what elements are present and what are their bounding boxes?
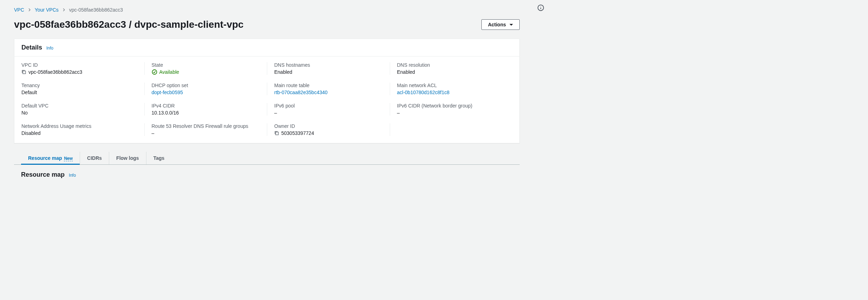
value-dns-resolution: Enabled — [397, 69, 506, 75]
label-default-vpc: Default VPC — [21, 103, 137, 109]
tab-tags[interactable]: Tags — [146, 152, 172, 164]
label-dhcp: DHCP option set — [152, 83, 260, 88]
breadcrumb: VPC Your VPCs vpc-058fae36bb862acc3 — [14, 7, 520, 13]
field-ipv6-pool: IPv6 pool – — [267, 103, 390, 116]
field-dns-hostnames: DNS hostnames Enabled — [267, 62, 390, 75]
svg-rect-0 — [23, 71, 26, 74]
resource-map-heading: Resource map — [21, 171, 65, 178]
actions-button[interactable]: Actions — [481, 19, 520, 30]
svg-point-4 — [540, 6, 541, 7]
label-main-route: Main route table — [274, 83, 383, 88]
value-vpc-id: vpc-058fae36bb862acc3 — [28, 69, 82, 75]
copy-icon[interactable] — [21, 70, 26, 74]
field-empty — [390, 123, 513, 136]
breadcrumb-current: vpc-058fae36bb862acc3 — [69, 7, 123, 13]
value-owner: 503053397724 — [281, 130, 314, 136]
check-circle-icon — [152, 69, 157, 75]
value-default-vpc: No — [21, 110, 137, 116]
info-circle-icon[interactable] — [537, 4, 544, 11]
value-ipv6-pool: – — [274, 110, 383, 116]
status-badge: Available — [152, 69, 179, 75]
label-ipv6-cidr: IPv6 CIDR (Network border group) — [397, 103, 506, 109]
page-title: vpc-058fae36bb862acc3 / dvpc-sample-clie… — [14, 19, 244, 30]
tab-flow-logs[interactable]: Flow logs — [109, 152, 146, 164]
value-dns-hostnames: Enabled — [274, 69, 383, 75]
new-badge: New — [64, 156, 73, 161]
breadcrumb-vpc-link[interactable]: VPC — [14, 7, 24, 13]
tab-resource-map-label: Resource map — [28, 155, 62, 161]
label-nau: Network Address Usage metrics — [21, 123, 137, 129]
value-dhcp-link[interactable]: dopt-fecb0595 — [152, 90, 183, 95]
field-state: State Available — [144, 62, 267, 75]
label-r53: Route 53 Resolver DNS Firewall rule grou… — [152, 123, 260, 129]
value-tenancy: Default — [21, 90, 137, 95]
label-vpc-id: VPC ID — [21, 62, 137, 68]
details-info-link[interactable]: Info — [46, 46, 53, 51]
label-ipv6-pool: IPv6 pool — [274, 103, 383, 109]
value-ipv4-cidr: 10.13.0.0/16 — [152, 110, 260, 116]
copy-icon[interactable] — [274, 131, 279, 136]
caret-down-icon — [509, 24, 513, 26]
field-owner: Owner ID 503053397724 — [267, 123, 390, 136]
value-main-acl-link[interactable]: acl-0b10780d162c8f1c8 — [397, 90, 449, 95]
details-panel: Details Info VPC ID vpc-058fae36bb862acc… — [14, 39, 520, 143]
field-vpc-id: VPC ID vpc-058fae36bb862acc3 — [21, 62, 144, 75]
actions-button-label: Actions — [488, 22, 506, 27]
svg-rect-2 — [276, 132, 278, 135]
value-nau: Disabled — [21, 130, 137, 136]
chevron-right-icon — [28, 8, 31, 12]
field-ipv6-cidr: IPv6 CIDR (Network border group) – — [390, 103, 513, 116]
label-tenancy: Tenancy — [21, 83, 137, 88]
value-main-route-link[interactable]: rtb-070caa82e35bc4340 — [274, 90, 328, 95]
field-default-vpc: Default VPC No — [21, 103, 144, 116]
field-r53: Route 53 Resolver DNS Firewall rule grou… — [144, 123, 267, 136]
label-state: State — [152, 62, 260, 68]
value-state: Available — [159, 69, 179, 75]
chevron-right-icon — [62, 8, 66, 12]
label-ipv4-cidr: IPv4 CIDR — [152, 103, 260, 109]
label-dns-hostnames: DNS hostnames — [274, 62, 383, 68]
value-ipv6-cidr: – — [397, 110, 506, 116]
label-owner: Owner ID — [274, 123, 383, 129]
label-main-acl: Main network ACL — [397, 83, 506, 88]
field-main-route: Main route table rtb-070caa82e35bc4340 — [267, 83, 390, 95]
field-nau: Network Address Usage metrics Disabled — [21, 123, 144, 136]
tabs: Resource map New CIDRs Flow logs Tags — [14, 152, 520, 165]
field-dhcp: DHCP option set dopt-fecb0595 — [144, 83, 267, 95]
tab-resource-map[interactable]: Resource map New — [21, 152, 80, 164]
tab-cidrs[interactable]: CIDRs — [80, 152, 109, 164]
breadcrumb-your-vpcs-link[interactable]: Your VPCs — [35, 7, 59, 13]
resource-map-info-link[interactable]: Info — [69, 173, 76, 178]
field-main-acl: Main network ACL acl-0b10780d162c8f1c8 — [390, 83, 513, 95]
field-dns-resolution: DNS resolution Enabled — [390, 62, 513, 75]
details-heading: Details — [21, 44, 42, 51]
field-ipv4-cidr: IPv4 CIDR 10.13.0.0/16 — [144, 103, 267, 116]
value-r53: – — [152, 130, 260, 136]
field-tenancy: Tenancy Default — [21, 83, 144, 95]
info-rail — [534, 0, 548, 183]
label-dns-resolution: DNS resolution — [397, 62, 506, 68]
